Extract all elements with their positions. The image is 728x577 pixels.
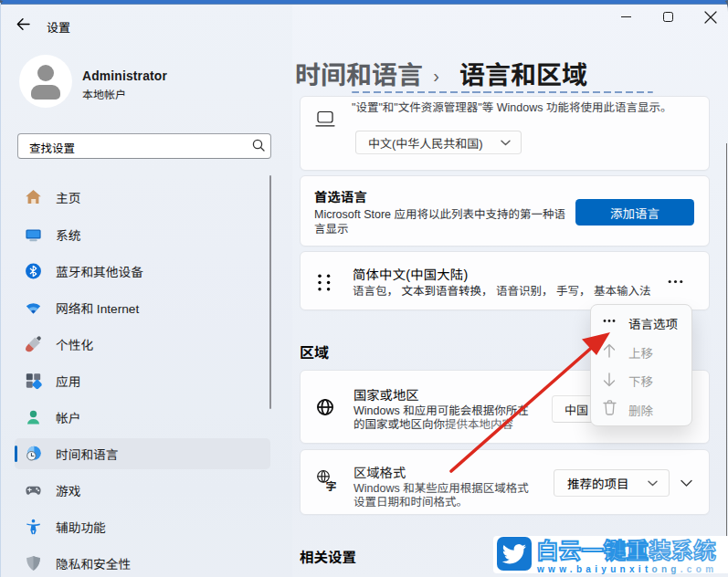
svg-text:字: 字 (326, 477, 337, 492)
